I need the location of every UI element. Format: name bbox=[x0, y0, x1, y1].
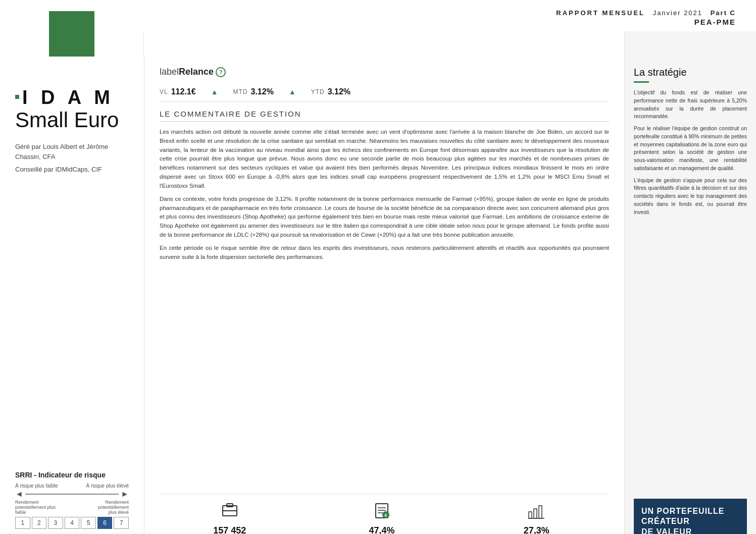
srri-labels: À risque plus faible À risque plus élevé bbox=[15, 483, 129, 489]
bottom-stats: 157 452 Emplois en Europe € 47,4% Par bbox=[160, 494, 609, 534]
commentaire-section: LE COMMENTAIRE DE GESTION Les marchés ac… bbox=[160, 110, 609, 489]
right-sidebar: La stratégie L'objectif du fonds est de … bbox=[625, 57, 756, 534]
srri-low-label: À risque plus faible bbox=[15, 483, 58, 489]
srri-sub-high: Rendement potentiellementplus élevé bbox=[78, 500, 129, 515]
center-content: label Relance ? VL 112.1€ ▲ MTD 3.12% ▲ … bbox=[144, 57, 625, 534]
strategie-title: La stratégie bbox=[634, 67, 747, 78]
svg-rect-9 bbox=[529, 512, 532, 518]
stat-emplois: 157 452 Emplois en Europe bbox=[207, 502, 252, 534]
srri-arrow-row: ◄ ► bbox=[15, 490, 129, 499]
ytd-value: 3.12% bbox=[328, 87, 350, 96]
fund-managers: Géré par Louis Albert et Jérôme Chassin,… bbox=[15, 142, 129, 175]
commentaire-p1: Les marchés action ont débuté la nouvell… bbox=[160, 128, 609, 191]
croissance-icon bbox=[527, 502, 545, 523]
arrow-up-1: ▲ bbox=[211, 88, 218, 96]
srri-sublabels: Rendementpotentiellement plus faible Ren… bbox=[15, 500, 129, 515]
un-portefeuille-text: UN PORTEFEUILLECRÉATEURDE VALEUR bbox=[641, 506, 739, 534]
stat-croissance: 27,3% Croissance des bnpasur un an (médi… bbox=[512, 502, 562, 534]
mtd-label: MTD bbox=[233, 88, 247, 95]
top-right bbox=[625, 31, 756, 57]
metric-vl: VL 112.1€ bbox=[160, 87, 196, 96]
ytd-label: YTD bbox=[311, 88, 325, 95]
fund-type-label: PEA-PME bbox=[556, 18, 736, 26]
un-portefeuille-box: UN PORTEFEUILLECRÉATEURDE VALEUR bbox=[634, 499, 747, 534]
emplois-value: 157 452 bbox=[213, 525, 246, 534]
label-relance-row: label Relance ? bbox=[160, 57, 609, 82]
mtd-value: 3.12% bbox=[250, 87, 273, 96]
green-square-decoration bbox=[49, 11, 94, 57]
metrics-row: VL 112.1€ ▲ MTD 3.12% ▲ YTD 3.12% bbox=[160, 82, 609, 102]
srri-section: SRRI - Indicateur de risque À risque plu… bbox=[0, 461, 144, 534]
ca-value: 47,4% bbox=[369, 525, 395, 534]
commentaire-p3: En cette période où le risque semble êtr… bbox=[160, 244, 609, 262]
advised-by: Conseillé par IDMidCaps, CIF bbox=[15, 165, 129, 175]
emplois-icon bbox=[221, 502, 239, 523]
ca-icon: € bbox=[373, 502, 391, 523]
strategie-text: L'objectif du fonds est de réaliser une … bbox=[634, 89, 747, 499]
stat-ca: € 47,4% Part du CA réalisé en Europe bbox=[347, 502, 416, 534]
left-sidebar: I D A M Small Euro Géré par Louis Albert… bbox=[0, 57, 144, 534]
srri-sub-low: Rendementpotentiellement plus faible bbox=[15, 500, 66, 515]
idam-dot bbox=[15, 95, 19, 99]
srri-right-arrow: ► bbox=[121, 490, 129, 499]
fund-idam-name: I D A M bbox=[15, 87, 129, 109]
srri-box-1: 1 bbox=[15, 517, 30, 529]
strategie-underline bbox=[634, 81, 649, 83]
srri-high-label: À risque plus élevé bbox=[86, 483, 129, 489]
rapport-label: RAPPORT MENSUEL bbox=[556, 9, 645, 17]
top-center bbox=[144, 31, 625, 57]
srri-box-6-active: 6 bbox=[97, 517, 113, 529]
srri-box-2: 2 bbox=[32, 517, 47, 529]
header: RAPPORT MENSUEL Janvier 2021 Part C PEA-… bbox=[0, 0, 756, 31]
svg-rect-10 bbox=[534, 509, 537, 518]
relance-text: Relance bbox=[179, 67, 214, 77]
srri-boxes: 1 2 3 4 5 6 7 bbox=[15, 517, 129, 529]
main-layout: I D A M Small Euro Géré par Louis Albert… bbox=[0, 57, 756, 534]
fund-small-euro: Small Euro bbox=[15, 109, 129, 132]
idam-text: I D A M bbox=[22, 87, 114, 109]
srri-box-5: 5 bbox=[81, 517, 96, 529]
vl-label: VL bbox=[160, 88, 168, 95]
svg-rect-11 bbox=[539, 506, 542, 518]
decorative-top bbox=[0, 31, 756, 57]
srri-left-arrow: ◄ bbox=[15, 490, 23, 499]
header-part: Part C bbox=[711, 9, 736, 17]
top-left bbox=[0, 31, 144, 57]
header-right: RAPPORT MENSUEL Janvier 2021 Part C PEA-… bbox=[556, 9, 736, 26]
vl-value: 112.1€ bbox=[171, 87, 196, 96]
commentaire-text: Les marchés action ont débuté la nouvell… bbox=[160, 128, 609, 261]
fund-info: I D A M Small Euro Géré par Louis Albert… bbox=[0, 57, 144, 461]
metric-mtd: MTD 3.12% bbox=[233, 87, 273, 96]
svg-text:€: € bbox=[385, 513, 387, 518]
commentaire-title: LE COMMENTAIRE DE GESTION bbox=[160, 110, 609, 122]
srri-box-3: 3 bbox=[48, 517, 63, 529]
label-text: label bbox=[160, 67, 179, 77]
metric-ytd: YTD 3.12% bbox=[311, 87, 350, 96]
srri-title: SRRI - Indicateur de risque bbox=[15, 471, 129, 479]
croissance-value: 27,3% bbox=[524, 525, 549, 534]
commentaire-p2: Dans ce contexte, votre fonds progresse … bbox=[160, 195, 609, 240]
srri-box-4: 4 bbox=[65, 517, 80, 529]
srri-line bbox=[25, 494, 119, 495]
header-date: Janvier 2021 bbox=[653, 9, 702, 17]
label-relance-logo: label Relance ? bbox=[160, 67, 226, 77]
header-line1: RAPPORT MENSUEL Janvier 2021 Part C bbox=[556, 9, 736, 17]
relance-info-icon: ? bbox=[216, 67, 226, 77]
managed-by: Géré par Louis Albert et Jérôme Chassin,… bbox=[15, 142, 129, 162]
srri-box-7: 7 bbox=[114, 517, 129, 529]
arrow-up-2: ▲ bbox=[289, 88, 296, 96]
